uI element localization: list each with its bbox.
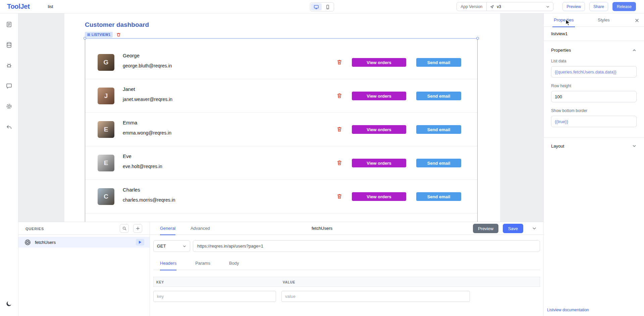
tab-general[interactable]: General	[160, 222, 175, 235]
headers-table-header: KEY VALUE	[153, 277, 540, 287]
sidebar-item-back[interactable]	[3, 121, 15, 133]
query-preview-button[interactable]: Preview	[473, 224, 498, 233]
row-height-input[interactable]	[551, 91, 637, 102]
mobile-view-button[interactable]	[322, 3, 333, 10]
monitor-icon	[314, 4, 319, 10]
query-editor: General Advanced fetchUsers Preview Save…	[150, 222, 543, 316]
moon-icon	[6, 300, 12, 307]
listview-widget[interactable]: G George george.bluth@reqres.in View ord…	[85, 38, 478, 222]
list-row[interactable]: J Janet janet.weaver@reqres.in View orde…	[85, 79, 477, 113]
collapse-panel-button[interactable]	[530, 225, 538, 232]
app-canvas[interactable]: Customer dashboard LISTVIEW1 G George ge…	[64, 13, 500, 222]
query-name: fetchUsers	[35, 240, 56, 245]
tab-advanced[interactable]: Advanced	[191, 222, 210, 235]
header-key-input[interactable]	[153, 291, 276, 302]
list-data-input[interactable]: {{queries.fetchUsers.data.data}}	[551, 66, 637, 77]
chevron-down-icon	[182, 244, 186, 248]
query-panel: QUERIES fetchUsers General Advanced fetc…	[18, 222, 543, 316]
view-orders-button[interactable]: View orders	[352, 192, 406, 201]
delete-row-button[interactable]	[335, 92, 343, 100]
widget-name: listview1	[544, 27, 644, 41]
view-orders-button[interactable]: View orders	[352, 92, 406, 100]
canvas-background[interactable]: Customer dashboard LISTVIEW1 G George ge…	[18, 13, 543, 222]
left-sidebar	[0, 13, 18, 316]
user-avatar: G	[98, 54, 114, 71]
section-properties[interactable]: Properties	[551, 48, 637, 53]
release-button[interactable]: Release	[612, 2, 636, 11]
delete-row-button[interactable]	[335, 192, 343, 200]
headers-table-row	[153, 291, 540, 302]
view-orders-button[interactable]: View orders	[352, 125, 406, 134]
user-avatar: E	[98, 121, 114, 138]
tab-styles[interactable]: Styles	[598, 13, 609, 27]
widget-delete-button[interactable]	[116, 33, 121, 37]
tab-params[interactable]: Params	[195, 257, 210, 270]
list-row[interactable]: C Charles charles.morris@reqres.in View …	[85, 180, 477, 213]
trash-icon	[116, 33, 121, 37]
query-search-button[interactable]	[120, 224, 129, 233]
user-email: charles.morris@reqres.in	[123, 197, 175, 203]
list-row[interactable]: E Emma emma.wong@reqres.in View orders S…	[85, 113, 477, 146]
list-data-label: List data	[551, 59, 637, 63]
query-list-item[interactable]: fetchUsers	[18, 237, 150, 248]
app-name[interactable]: list	[48, 4, 53, 9]
tab-headers[interactable]: Headers	[160, 257, 176, 270]
section-layout[interactable]: Layout	[551, 138, 637, 154]
desktop-view-button[interactable]	[311, 3, 322, 10]
preview-button[interactable]: Preview	[562, 2, 585, 11]
method-select[interactable]: GET	[153, 240, 190, 252]
trash-icon	[337, 194, 342, 199]
close-panel-button[interactable]	[633, 17, 641, 24]
bottom-border-input[interactable]: {{true}}	[551, 116, 637, 127]
user-email: emma.wong@reqres.in	[123, 130, 171, 136]
user-avatar: E	[98, 155, 114, 171]
trash-icon	[337, 59, 342, 65]
sidebar-item-datasources[interactable]	[3, 39, 15, 51]
play-icon	[139, 241, 142, 244]
list-row[interactable]: G George george.bluth@reqres.in View ord…	[85, 46, 477, 79]
send-email-button[interactable]: Send email	[416, 92, 461, 100]
app-version-control[interactable]: App Version v3	[457, 2, 554, 11]
resize-handle-top-right[interactable]	[476, 37, 479, 40]
query-url-input[interactable]	[193, 240, 540, 252]
dark-mode-toggle[interactable]	[3, 298, 15, 309]
tab-body[interactable]: Body	[229, 257, 239, 270]
send-email-button[interactable]: Send email	[416, 58, 461, 67]
user-name: Emma	[123, 120, 137, 125]
list-row[interactable]: T Tracey View orders Send email	[85, 213, 477, 222]
sidebar-item-pages[interactable]	[3, 19, 15, 30]
send-email-button[interactable]: Send email	[416, 192, 461, 201]
app-header: ToolJet list App Version v3 Preview Shar…	[0, 0, 644, 13]
phone-icon	[325, 4, 330, 10]
sidebar-item-comments[interactable]	[3, 80, 15, 92]
properties-panel: Properties Styles listview1 Properties L…	[543, 13, 644, 316]
tab-properties[interactable]: Properties	[554, 13, 574, 27]
widget-badge[interactable]: LISTVIEW1	[85, 32, 113, 38]
queries-sidebar: QUERIES fetchUsers	[18, 222, 150, 316]
page-title: Customer dashboard	[85, 21, 149, 29]
add-query-button[interactable]	[133, 224, 142, 233]
user-avatar: J	[98, 88, 114, 104]
app-version-label: App Version	[457, 2, 487, 11]
sidebar-item-settings[interactable]	[3, 101, 15, 112]
plus-icon	[136, 226, 140, 231]
delete-row-button[interactable]	[335, 58, 343, 66]
view-orders-button[interactable]: View orders	[352, 58, 406, 67]
delete-row-button[interactable]	[335, 159, 343, 167]
version-dropdown[interactable]: v3	[487, 2, 553, 11]
send-email-button[interactable]: Send email	[416, 125, 461, 134]
tooljet-logo[interactable]: ToolJet	[7, 3, 30, 10]
list-row[interactable]: E Eve eve.holt@reqres.in View orders Sen…	[85, 146, 477, 180]
listview-documentation-link[interactable]: Listview documentation	[547, 308, 589, 312]
share-button[interactable]: Share	[589, 2, 608, 11]
send-email-button[interactable]: Send email	[416, 159, 461, 167]
sidebar-item-debugger[interactable]	[3, 60, 15, 71]
value-column-header: VALUE	[283, 280, 295, 284]
delete-row-button[interactable]	[335, 125, 343, 133]
bottom-border-label: Show bottom border	[551, 108, 637, 113]
query-save-button[interactable]: Save	[503, 224, 523, 233]
run-query-button[interactable]	[136, 239, 144, 246]
view-orders-button[interactable]: View orders	[352, 159, 406, 167]
resize-handle-top-left[interactable]	[84, 37, 86, 40]
header-value-input[interactable]	[281, 291, 470, 302]
